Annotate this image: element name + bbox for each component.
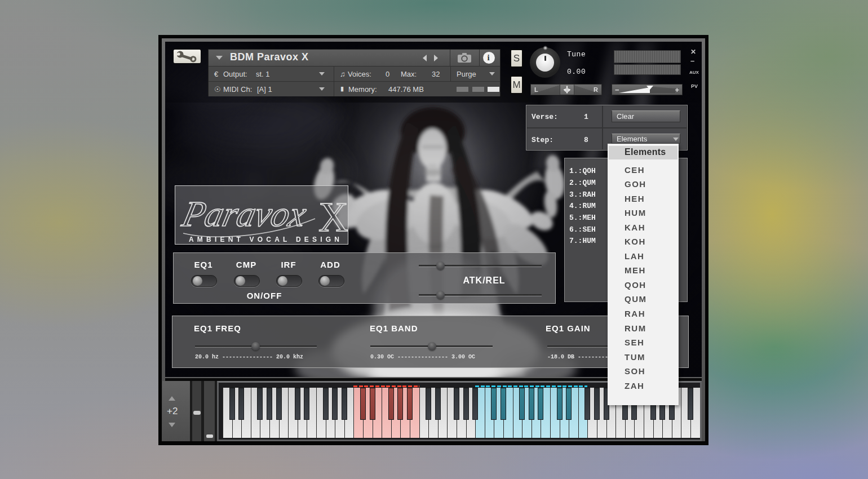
svg-text:X: X (318, 194, 348, 240)
svg-text:Paravox: Paravox (178, 194, 310, 234)
